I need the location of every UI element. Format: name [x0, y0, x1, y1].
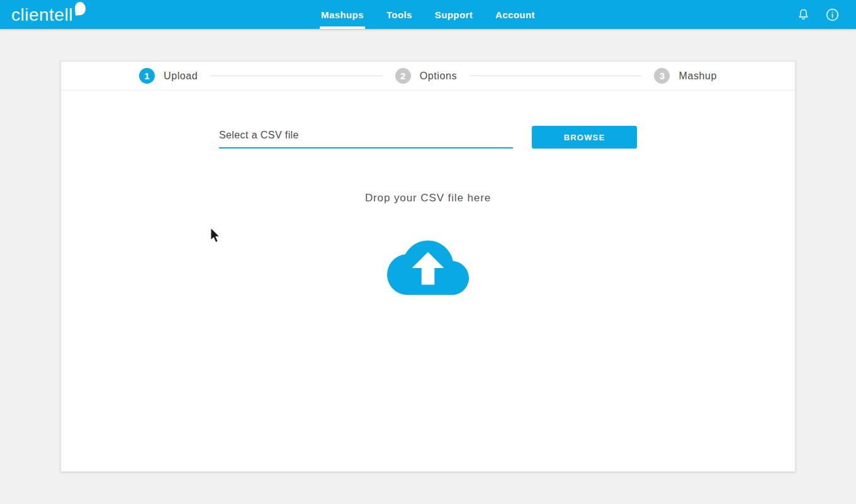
- nav-item-tools[interactable]: Tools: [386, 0, 412, 29]
- nav-item-label: Tools: [386, 9, 412, 20]
- info-icon[interactable]: [825, 8, 840, 22]
- nav-item-label: Support: [435, 9, 473, 20]
- step-label: Mashup: [679, 70, 717, 82]
- page-content: 1 Upload 2 Options 3 Mashup BROWSE Drop …: [0, 61, 856, 472]
- drop-zone-text: Drop your CSV file here: [61, 192, 795, 204]
- upload-card: 1 Upload 2 Options 3 Mashup BROWSE Drop …: [60, 61, 796, 472]
- step-number-badge: 3: [654, 68, 670, 84]
- nav-item-mashups[interactable]: Mashups: [321, 0, 364, 29]
- brand-name: clientell: [11, 6, 73, 24]
- step-mashup[interactable]: 3 Mashup: [654, 68, 717, 84]
- nav-item-support[interactable]: Support: [435, 0, 473, 29]
- upload-panel: BROWSE Drop your CSV file here: [61, 91, 795, 295]
- topbar-icons: [797, 8, 845, 22]
- nav-item-account[interactable]: Account: [495, 0, 535, 29]
- step-upload[interactable]: 1 Upload: [139, 68, 198, 84]
- brand-balloon-icon: [74, 1, 86, 16]
- bell-icon[interactable]: [797, 8, 810, 22]
- step-number-badge: 2: [395, 68, 411, 84]
- nav-item-label: Account: [495, 9, 535, 20]
- csv-file-input[interactable]: [219, 126, 513, 148]
- nav-item-label: Mashups: [321, 9, 364, 20]
- cloud-upload-icon: [387, 240, 469, 295]
- brand-logo[interactable]: clientell: [11, 2, 86, 28]
- drop-zone[interactable]: [61, 240, 795, 295]
- main-nav: Mashups Tools Support Account: [321, 0, 535, 29]
- step-number-badge: 1: [139, 68, 155, 84]
- top-bar: clientell Mashups Tools Support Account: [0, 0, 856, 29]
- wizard-stepper: 1 Upload 2 Options 3 Mashup: [61, 62, 795, 91]
- step-connector: [210, 76, 382, 76]
- browse-button[interactable]: BROWSE: [532, 126, 637, 148]
- step-label: Upload: [164, 70, 198, 82]
- step-options[interactable]: 2 Options: [395, 68, 457, 84]
- file-select-row: BROWSE: [219, 126, 637, 148]
- step-label: Options: [420, 70, 457, 82]
- step-connector: [470, 76, 641, 76]
